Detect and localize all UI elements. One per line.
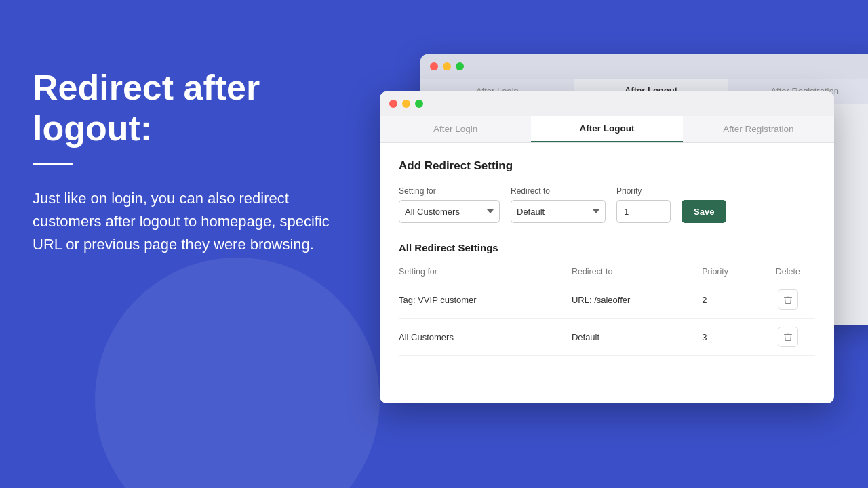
cell-priority: 3 <box>702 319 760 356</box>
priority-label: Priority <box>616 186 671 196</box>
dot-yellow-back <box>443 62 451 70</box>
browser-window-front: After Login After Logout After Registrat… <box>380 92 834 403</box>
col-redirect-to: Redirect to <box>572 263 702 281</box>
delete-button[interactable] <box>778 327 798 347</box>
cell-delete <box>761 319 815 356</box>
heading-line1: Redirect after <box>33 68 260 107</box>
cell-priority: 2 <box>702 281 760 319</box>
cell-setting-for: All Customers <box>399 319 572 356</box>
left-panel: Redirect after logout: Just like on logi… <box>33 68 344 256</box>
col-setting-for: Setting for <box>399 263 572 281</box>
tab-after-login-front[interactable]: After Login <box>380 116 531 142</box>
dot-green-front <box>415 100 423 108</box>
table-row: All CustomersDefault3 <box>399 319 815 356</box>
delete-button[interactable] <box>778 289 798 310</box>
tabs-front: After Login After Logout After Registrat… <box>380 116 834 143</box>
heading-line2: logout: <box>33 108 152 148</box>
redirect-to-label: Redirect to <box>511 186 606 196</box>
titlebar-back <box>420 54 868 79</box>
dot-green-back <box>456 62 464 70</box>
all-settings-title: All Redirect Settings <box>399 242 815 253</box>
cell-redirect-to: URL: /saleoffer <box>572 281 702 319</box>
content-area: Add Redirect Setting Setting for All Cus… <box>380 143 834 372</box>
cell-delete <box>761 281 815 319</box>
table-row: Tag: VVIP customerURL: /saleoffer2 <box>399 281 815 319</box>
priority-group: Priority <box>616 186 671 223</box>
col-priority: Priority <box>702 263 760 281</box>
setting-for-group: Setting for All Customers Tag: VVIP cust… <box>399 186 500 223</box>
tab-after-registration-front[interactable]: After Registration <box>683 116 834 142</box>
divider <box>33 163 73 165</box>
setting-for-select[interactable]: All Customers Tag: VVIP customer Specifi… <box>399 200 500 223</box>
main-heading: Redirect after logout: <box>33 68 344 149</box>
col-delete: Delete <box>761 263 815 281</box>
cell-setting-for: Tag: VVIP customer <box>399 281 572 319</box>
dot-yellow-front <box>402 100 410 108</box>
table-header-row: Setting for Redirect to Priority Delete <box>399 263 815 281</box>
tab-after-logout-front[interactable]: After Logout <box>531 116 682 142</box>
description-text: Just like on login, you can also redirec… <box>33 187 344 256</box>
titlebar-front <box>380 92 834 116</box>
dot-red-front <box>389 100 397 108</box>
right-panel: After Login After Logout After Registrat… <box>380 54 868 420</box>
priority-input[interactable] <box>616 200 671 223</box>
cell-redirect-to: Default <box>572 319 702 356</box>
save-button[interactable]: Save <box>682 200 726 223</box>
svg-rect-1 <box>787 296 789 296</box>
setting-for-label: Setting for <box>399 186 500 196</box>
dot-red-back <box>430 62 438 70</box>
svg-rect-2 <box>784 334 792 335</box>
svg-rect-0 <box>784 297 792 298</box>
add-section-title: Add Redirect Setting <box>399 159 815 173</box>
add-redirect-form: Setting for All Customers Tag: VVIP cust… <box>399 186 815 223</box>
redirect-to-select[interactable]: Default Homepage Previous Page Custom UR… <box>511 200 606 223</box>
background-circle <box>95 258 380 488</box>
redirect-table: Setting for Redirect to Priority Delete … <box>399 263 815 356</box>
redirect-to-group: Redirect to Default Homepage Previous Pa… <box>511 186 606 223</box>
svg-rect-3 <box>787 333 789 333</box>
